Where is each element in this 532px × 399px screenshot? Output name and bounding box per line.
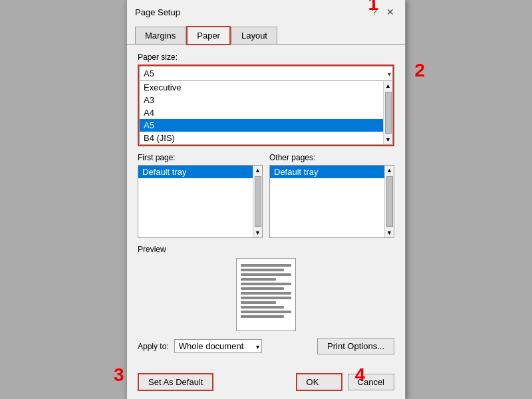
other-pages-scroll-thumb[interactable] [386, 176, 393, 227]
dropdown-scrollbar[interactable]: ▲ ▼ [383, 81, 392, 144]
set-as-default-button[interactable]: Set As Default [138, 373, 213, 391]
first-page-scrollbar[interactable]: ▲ ▼ [253, 166, 262, 237]
paper-size-list: Executive A3 A4 A5 B4 (JIS) ▲ ▼ [139, 81, 393, 145]
first-page-scroll-down-icon[interactable]: ▼ [253, 228, 263, 237]
annotation-3: 3 [114, 364, 124, 386]
other-pages-group: Other pages: Default tray ▲ ▼ [269, 153, 394, 238]
tabs-container: Margins Paper Layout [127, 21, 405, 45]
close-button[interactable]: ✕ [384, 5, 397, 19]
tab-margins[interactable]: Margins [135, 27, 186, 44]
ok-button[interactable]: OK [296, 373, 342, 391]
list-item-selected[interactable]: A5 [140, 119, 383, 132]
preview-line [241, 269, 284, 271]
annotation-2: 2 [414, 60, 425, 81]
preview-line [241, 315, 284, 318]
apply-to-select-wrapper: Whole document This section This point f… [174, 339, 262, 353]
scroll-thumb[interactable] [385, 92, 392, 134]
other-pages-label: Other pages: [269, 153, 394, 162]
print-options-button[interactable]: Print Options... [317, 338, 394, 354]
paper-size-select[interactable]: A5 ▾ [139, 66, 393, 81]
first-page-item[interactable]: Default tray [138, 166, 262, 178]
preview-line [241, 264, 291, 267]
preview-line [241, 306, 284, 309]
list-item[interactable]: A3 [140, 94, 383, 106]
first-page-listbox[interactable]: Default tray ▲ ▼ [138, 165, 263, 238]
dialog-title: Page Setup [135, 7, 180, 17]
list-item[interactable]: Executive [140, 81, 383, 94]
list-item[interactable]: B4 (JIS) [140, 132, 383, 144]
scroll-up-icon[interactable]: ▲ [384, 81, 393, 90]
first-page-scroll-thumb[interactable] [255, 176, 261, 227]
preview-box [236, 258, 296, 331]
preview-line [241, 301, 276, 304]
preview-label: Preview [138, 245, 394, 254]
preview-line [241, 273, 291, 276]
other-pages-scroll-up-icon[interactable]: ▲ [385, 166, 394, 175]
scroll-down-icon[interactable]: ▼ [384, 135, 393, 144]
first-page-scroll-up-icon[interactable]: ▲ [253, 166, 263, 175]
list-item[interactable]: A4 [140, 106, 383, 119]
dialog-content: Paper size: A5 ▾ Executive A3 A4 A5 B4 (… [127, 45, 405, 369]
paper-size-label: Paper size: [138, 53, 394, 62]
preview-line [241, 297, 291, 299]
preview-line [241, 278, 276, 281]
paper-size-selected-value: A5 [144, 68, 154, 78]
preview-line [241, 283, 291, 285]
preview-section: Preview [138, 245, 394, 331]
tray-columns: First page: Default tray ▲ ▼ Other pages… [138, 153, 394, 238]
apply-to-select[interactable]: Whole document This section This point f… [174, 339, 262, 353]
paper-size-group: Paper size: A5 ▾ Executive A3 A4 A5 B4 (… [138, 53, 394, 146]
tab-layout[interactable]: Layout [231, 27, 277, 44]
first-page-label: First page: [138, 153, 263, 162]
preview-line [241, 287, 284, 290]
dropdown-arrow-icon: ▾ [388, 70, 391, 77]
other-pages-scroll-down-icon[interactable]: ▼ [385, 228, 394, 237]
paper-size-dropdown-wrapper: A5 ▾ Executive A3 A4 A5 B4 (JIS) ▲ ▼ [138, 65, 394, 146]
tab-paper[interactable]: Paper [187, 27, 230, 45]
other-pages-item[interactable]: Default tray [270, 166, 394, 178]
annotation-4: 4 [354, 364, 365, 386]
apply-to-label: Apply to: [138, 342, 169, 351]
preview-line [241, 311, 291, 313]
apply-row-right: Print Options... [317, 338, 394, 354]
other-pages-listbox[interactable]: Default tray ▲ ▼ [269, 165, 394, 238]
first-page-group: First page: Default tray ▲ ▼ [138, 153, 263, 238]
title-bar: Page Setup ? ✕ [127, 0, 405, 19]
other-pages-scrollbar[interactable]: ▲ ▼ [384, 166, 394, 237]
annotation-1: 1 [368, 0, 378, 15]
preview-line [241, 292, 291, 295]
apply-to-row: Apply to: Whole document This section Th… [138, 338, 394, 354]
